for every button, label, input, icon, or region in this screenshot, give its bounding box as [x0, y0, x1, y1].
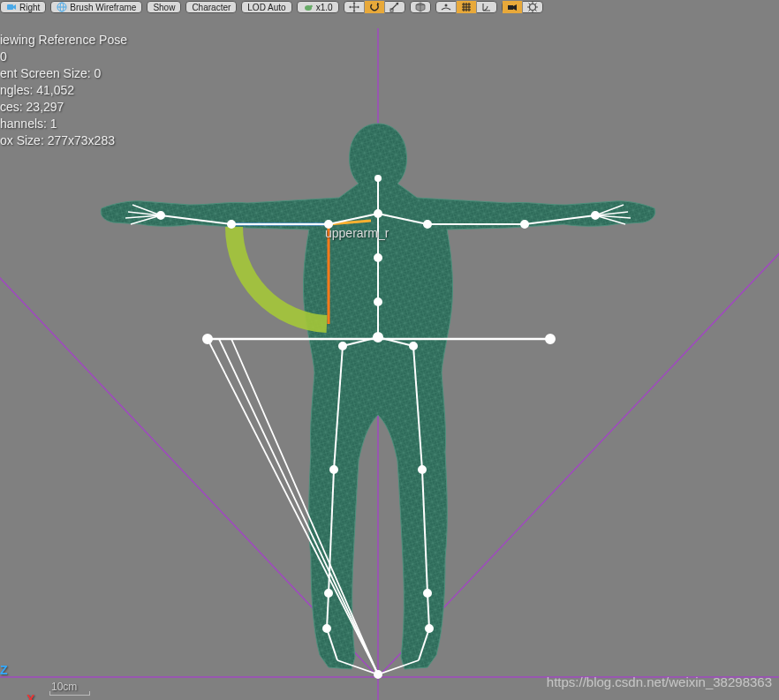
svg-point-9: [529, 4, 535, 11]
svg-line-53: [413, 346, 422, 470]
wireframe-mode-label: Brush Wireframe: [70, 3, 136, 12]
svg-line-30: [161, 215, 231, 224]
playback-speed-label: x1.0: [316, 3, 333, 12]
svg-line-27: [329, 214, 378, 224]
snap-angle-button[interactable]: [476, 1, 496, 13]
svg-rect-6: [390, 9, 393, 11]
stats-triangles: ngles: 41,052: [0, 82, 127, 99]
camera-settings-button[interactable]: [522, 1, 542, 13]
svg-point-35: [157, 212, 164, 219]
svg-line-55: [427, 593, 429, 628]
snap-surface-button[interactable]: [436, 1, 456, 13]
svg-line-50: [329, 470, 334, 593]
svg-line-56: [419, 628, 429, 660]
show-menu-label: Show: [153, 3, 175, 12]
svg-point-34: [228, 221, 235, 228]
cube-icon: [414, 2, 427, 12]
toolbar: Right Brush Wireframe Show Character LOD…: [0, 0, 779, 14]
svg-line-40: [128, 212, 161, 215]
rotate-gizmo-button[interactable]: [364, 1, 384, 13]
svg-point-70: [374, 671, 382, 678]
wireframe-mode-button[interactable]: Brush Wireframe: [50, 1, 142, 13]
stats-uvchannels: hannels: 1: [0, 116, 127, 132]
svg-point-64: [426, 625, 433, 632]
svg-rect-0: [7, 4, 13, 10]
camera-icon: [6, 2, 17, 12]
axis-x-label: X: [26, 692, 34, 700]
view-direction-button[interactable]: Right: [0, 1, 46, 13]
mannequin-mesh: [101, 124, 655, 669]
gizmo-group: [344, 1, 405, 13]
scale-label: 10cm: [51, 681, 77, 693]
svg-point-57: [339, 342, 346, 350]
svg-point-36: [424, 221, 431, 228]
svg-line-65: [208, 339, 378, 674]
svg-line-45: [595, 215, 631, 218]
watermark: https://blog.csdn.net/weixin_38298363: [547, 674, 772, 689]
viewport[interactable]: iewing Reference Pose 0 ent Screen Size:…: [0, 14, 779, 700]
axis-z-label: Z: [0, 663, 8, 677]
svg-point-22: [374, 298, 382, 305]
viewport-stats: iewing Reference Pose 0 ent Screen Size:…: [0, 32, 127, 149]
svg-line-13: [378, 231, 779, 677]
camera-speed-button[interactable]: [503, 1, 522, 13]
view-direction-label: Right: [19, 3, 40, 12]
svg-point-61: [325, 590, 332, 597]
display-mode-button[interactable]: [410, 1, 431, 13]
move-gizmo-button[interactable]: [344, 1, 364, 13]
lod-button[interactable]: LOD Auto: [241, 1, 291, 13]
svg-point-21: [374, 254, 382, 261]
svg-line-28: [378, 214, 427, 224]
stats-lod: 0: [0, 49, 127, 65]
scale-gizmo-button[interactable]: [384, 1, 405, 13]
svg-point-5: [310, 5, 313, 8]
camera-speed-group: [502, 1, 543, 13]
globe-icon: [57, 2, 67, 12]
svg-point-23: [374, 333, 382, 342]
stats-vertices: ces: 23,297: [0, 99, 127, 116]
svg-point-25: [203, 335, 212, 343]
svg-point-7: [444, 4, 447, 7]
svg-line-32: [525, 215, 595, 224]
svg-line-47: [343, 337, 378, 346]
turtle-icon: [303, 2, 314, 12]
svg-point-37: [521, 221, 528, 228]
svg-point-20: [374, 210, 382, 217]
svg-line-12: [0, 231, 378, 677]
svg-line-41: [125, 215, 161, 218]
svg-line-16: [329, 221, 371, 224]
svg-line-54: [422, 470, 427, 593]
svg-line-42: [131, 215, 161, 224]
svg-point-62: [424, 590, 431, 597]
stats-boxsize: ox Size: 277x73x283: [0, 132, 127, 149]
character-menu-label: Character: [192, 3, 231, 12]
svg-line-66: [219, 339, 378, 674]
svg-line-52: [327, 628, 337, 660]
scale-ruler: [49, 695, 90, 696]
svg-point-59: [330, 466, 337, 473]
svg-point-58: [410, 342, 417, 350]
show-menu-button[interactable]: Show: [147, 1, 181, 13]
svg-line-46: [595, 215, 625, 224]
skeleton: [125, 176, 631, 678]
lod-label: LOD Auto: [247, 3, 285, 12]
stats-pose: iewing Reference Pose: [0, 32, 127, 49]
svg-line-49: [334, 346, 343, 470]
selected-bone-label: upperarm_r: [325, 226, 389, 240]
svg-rect-8: [508, 5, 513, 10]
svg-line-51: [327, 593, 329, 628]
svg-point-38: [592, 212, 599, 219]
snap-group: [435, 1, 497, 13]
snap-grid-button[interactable]: [456, 1, 476, 13]
svg-line-67: [231, 339, 378, 674]
svg-line-69: [378, 660, 419, 674]
svg-point-19: [375, 176, 381, 181]
stats-screensize: ent Screen Size: 0: [0, 65, 127, 82]
svg-line-43: [595, 205, 624, 215]
svg-line-48: [378, 337, 413, 346]
playback-speed-button[interactable]: x1.0: [297, 1, 339, 13]
svg-point-26: [546, 335, 555, 343]
character-menu-button[interactable]: Character: [185, 1, 237, 13]
svg-line-68: [337, 660, 378, 674]
svg-line-44: [595, 212, 628, 215]
